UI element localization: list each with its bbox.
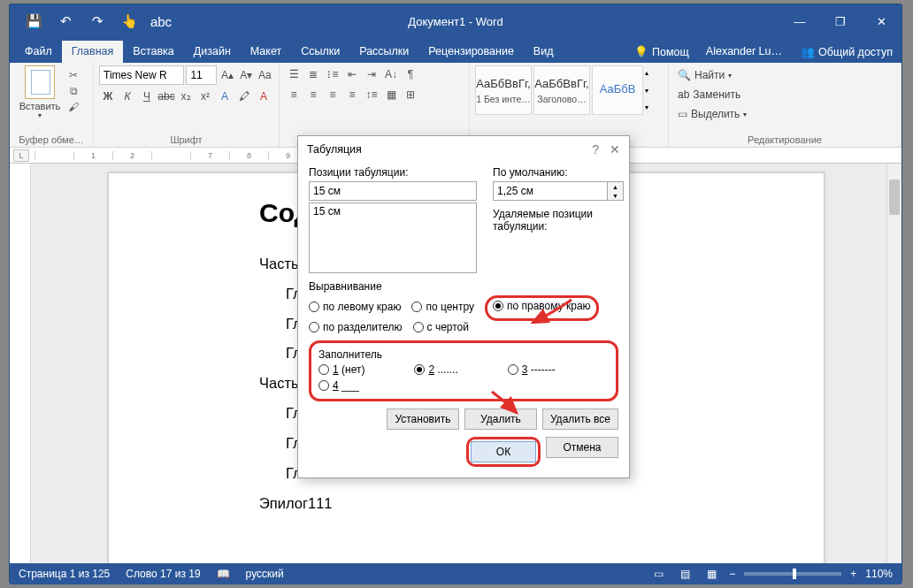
text-effects-icon[interactable]: A — [216, 88, 234, 105]
copy-icon[interactable]: ⧉ — [65, 84, 82, 98]
page-indicator[interactable]: Страница 1 из 125 — [19, 568, 110, 580]
proofing-icon[interactable]: 📖 — [217, 568, 230, 580]
styles-gallery-arrows[interactable]: ▴▾▾ — [645, 65, 659, 115]
font-name-combo[interactable]: Times New R — [99, 65, 184, 85]
multilevel-icon[interactable]: ⫶≡ — [324, 65, 341, 83]
zoom-out[interactable]: − — [729, 568, 735, 580]
indent-dec-icon[interactable]: ⇤ — [343, 65, 361, 83]
style-normal[interactable]: АаБбВвГг, 1 Без инте… — [475, 65, 532, 115]
highlight-icon[interactable]: 🖍 — [235, 88, 253, 105]
subscript-icon[interactable]: x₂ — [177, 88, 195, 105]
print-layout-icon[interactable]: ▤ — [676, 567, 694, 581]
default-tab-spinner[interactable]: ▲▼ — [493, 181, 624, 201]
grow-font-icon[interactable]: A▴ — [219, 66, 235, 84]
line-spacing-icon[interactable]: ↕≡ — [363, 86, 380, 103]
list-item[interactable]: 15 см — [313, 205, 472, 218]
italic-icon[interactable]: К — [119, 88, 136, 105]
font-color-icon[interactable]: A — [255, 88, 272, 105]
undo-icon[interactable]: ↶ — [58, 13, 73, 29]
align-center-icon[interactable]: ≡ — [304, 86, 322, 103]
numbering-icon[interactable]: ≣ — [304, 65, 322, 83]
indent-inc-icon[interactable]: ⇥ — [363, 65, 380, 83]
find-button[interactable]: 🔍 Найти▾ — [674, 65, 895, 85]
zoom-thumb[interactable] — [793, 569, 796, 579]
align-decimal-radio[interactable]: по разделителю — [309, 321, 403, 333]
align-right-icon[interactable]: ≡ — [324, 86, 341, 103]
tab-references[interactable]: Ссылки — [291, 41, 349, 63]
tab-design[interactable]: Дизайн — [184, 41, 241, 63]
replace-button[interactable]: ab Заменить — [674, 85, 895, 104]
superscript-icon[interactable]: x² — [196, 88, 214, 105]
ok-button[interactable]: ОК — [471, 441, 536, 462]
bullets-icon[interactable]: ☰ — [285, 65, 303, 83]
user-name[interactable]: Alexander Lu… — [696, 41, 792, 63]
leader-4-radio[interactable]: 4 ___ — [318, 379, 359, 392]
borders-icon[interactable]: ⊞ — [402, 86, 419, 103]
maximize-button[interactable]: ❐ — [820, 4, 861, 38]
dialog-titlebar[interactable]: Табуляция ? ✕ — [298, 136, 629, 163]
tab-home[interactable]: Главная — [62, 41, 124, 63]
bold-icon[interactable]: Ж — [99, 88, 117, 105]
dialog-close-icon[interactable]: ✕ — [610, 142, 620, 157]
strike-icon[interactable]: abc — [157, 88, 175, 105]
tab-view[interactable]: Вид — [524, 41, 564, 63]
align-center-radio[interactable]: по центру — [411, 301, 474, 313]
redo-icon[interactable]: ↷ — [89, 13, 105, 29]
save-icon[interactable]: 💾 — [26, 13, 42, 29]
cancel-button[interactable]: Отмена — [546, 437, 618, 458]
set-button[interactable]: Установить — [387, 409, 459, 430]
leader-1-radio[interactable]: 1 1 (нет)(нет) — [318, 363, 364, 376]
clear-all-button[interactable]: Удалить все — [542, 409, 618, 430]
share-button[interactable]: 👥 Общий доступ — [792, 42, 901, 62]
sort-icon[interactable]: A↓ — [382, 65, 400, 83]
scroll-thumb[interactable] — [889, 179, 900, 215]
zoom-in[interactable]: + — [850, 568, 856, 580]
tab-file[interactable]: Файл — [15, 41, 62, 63]
read-mode-icon[interactable]: ▭ — [649, 567, 667, 581]
tab-insert[interactable]: Вставка — [123, 41, 183, 63]
paste-button[interactable]: Вставить ▾ — [15, 65, 65, 119]
change-case-icon[interactable]: Aa — [257, 66, 273, 84]
tab-mailings[interactable]: Рассылки — [349, 41, 418, 63]
leader-2-radio[interactable]: 2 ....... — [414, 363, 457, 376]
default-tab-input[interactable] — [493, 181, 608, 201]
shading-icon[interactable]: ▦ — [382, 86, 400, 103]
tab-review[interactable]: Рецензирование — [418, 41, 524, 63]
leader-3-radio[interactable]: 3 ------- — [508, 363, 556, 376]
minimize-button[interactable]: — — [779, 4, 820, 38]
underline-icon[interactable]: Ч — [138, 88, 156, 105]
zoom-slider[interactable] — [744, 572, 841, 576]
dialog-help-icon[interactable]: ? — [592, 142, 599, 157]
word-count[interactable]: Слово 17 из 19 — [126, 568, 200, 580]
touch-mode-icon[interactable]: 👆 — [121, 13, 137, 29]
ruler-mark: 2 — [112, 151, 151, 160]
tab-selector[interactable]: L — [13, 149, 29, 162]
close-button[interactable]: ✕ — [861, 4, 901, 38]
font-size-combo[interactable]: 11 — [186, 65, 217, 85]
align-bar-radio[interactable]: с чертой — [413, 321, 469, 333]
spellcheck-icon[interactable]: abc — [153, 13, 169, 29]
spin-down-icon[interactable]: ▼ — [608, 191, 623, 200]
select-button[interactable]: ▭ Выделить▾ — [674, 104, 895, 124]
tab-stop-position-input[interactable] — [309, 181, 477, 201]
zoom-level[interactable]: 110% — [865, 568, 893, 580]
justify-icon[interactable]: ≡ — [343, 86, 361, 103]
tab-stop-list[interactable]: 15 см — [309, 202, 477, 273]
language-indicator[interactable]: русский — [246, 568, 284, 580]
vertical-ruler[interactable] — [10, 164, 31, 563]
clear-button[interactable]: Удалить — [464, 409, 537, 430]
style-heading2[interactable]: АаБбВ — [592, 65, 643, 115]
spin-up-icon[interactable]: ▲ — [608, 182, 623, 191]
style-heading1[interactable]: АаБбВвГг, Заголово… — [533, 65, 590, 115]
tab-layout[interactable]: Макет — [241, 41, 291, 63]
vertical-scrollbar[interactable] — [886, 164, 901, 563]
format-painter-icon[interactable]: 🖌 — [65, 100, 82, 114]
align-right-radio[interactable]: по правому краю — [493, 300, 591, 312]
web-layout-icon[interactable]: ▦ — [702, 567, 720, 581]
show-marks-icon[interactable]: ¶ — [402, 65, 419, 83]
tell-me[interactable]: 💡 Помощ — [627, 45, 696, 58]
cut-icon[interactable]: ✂ — [65, 68, 82, 82]
shrink-font-icon[interactable]: A▾ — [238, 66, 255, 84]
align-left-radio[interactable]: по левому краю — [309, 301, 401, 313]
align-left-icon[interactable]: ≡ — [285, 86, 303, 103]
